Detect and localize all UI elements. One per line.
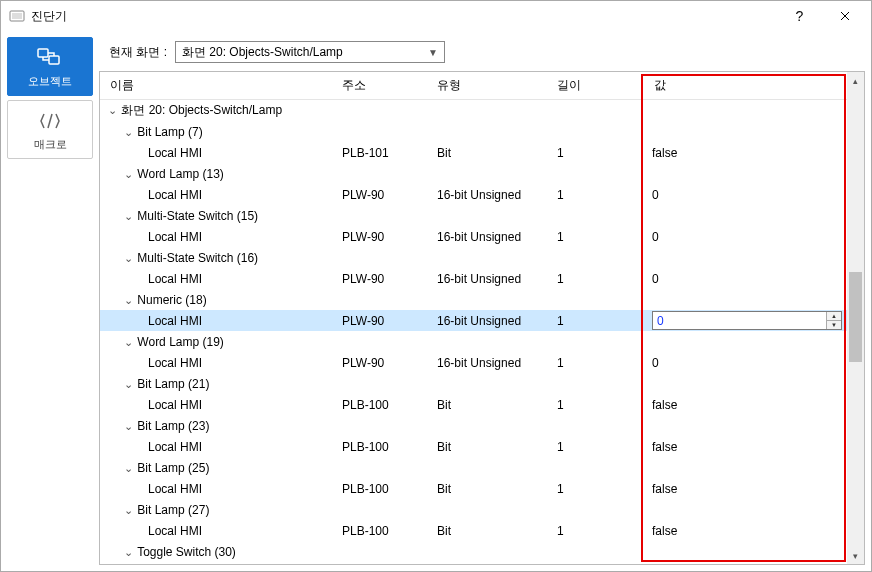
type-cell: Bit <box>431 440 551 454</box>
expand-toggle-icon[interactable]: ⌄ <box>122 462 134 475</box>
objects-icon <box>36 46 64 70</box>
window-title: 진단기 <box>31 8 777 25</box>
row-name: Local HMI <box>148 524 202 538</box>
scroll-thumb[interactable] <box>849 272 862 362</box>
expand-toggle-icon[interactable]: ⌄ <box>106 104 118 117</box>
row-name: Local HMI <box>148 230 202 244</box>
table-row[interactable]: Local HMIPLW-9016-bit Unsigned10 <box>100 184 864 205</box>
table-row[interactable]: ⌄ Word Lamp (19) <box>100 331 864 352</box>
expand-toggle-icon[interactable]: ⌄ <box>122 168 134 181</box>
vertical-scrollbar[interactable]: ▴ ▾ <box>847 72 864 564</box>
addr-cell: PLB-100 <box>336 398 431 412</box>
table-row[interactable]: Local HMIPLW-9016-bit Unsigned1▲▼ <box>100 310 864 331</box>
table-row[interactable]: ⌄ Bit Lamp (7) <box>100 121 864 142</box>
table-row[interactable]: Local HMIPLW-9016-bit Unsigned10 <box>100 268 864 289</box>
type-cell: 16-bit Unsigned <box>431 188 551 202</box>
expand-toggle-icon[interactable]: ⌄ <box>122 252 134 265</box>
name-cell: Local HMI <box>100 146 336 160</box>
name-cell: ⌄ Numeric (18) <box>100 293 336 307</box>
expand-toggle-icon[interactable]: ⌄ <box>122 420 134 433</box>
row-name: Multi-State Switch (16) <box>137 251 258 265</box>
table-row[interactable]: Local HMIPLB-101Bit1false <box>100 142 864 163</box>
val-cell: false <box>646 146 864 160</box>
name-cell: Local HMI <box>100 524 336 538</box>
spin-down-icon[interactable]: ▼ <box>826 321 841 329</box>
table-row[interactable]: Local HMIPLW-9016-bit Unsigned10 <box>100 352 864 373</box>
expand-toggle-icon[interactable]: ⌄ <box>122 546 134 559</box>
val-cell: false <box>646 398 864 412</box>
close-button[interactable] <box>822 2 867 30</box>
screen-select[interactable]: 화면 20: Objects-Switch/Lamp ▼ <box>175 41 445 63</box>
val-cell: 0 <box>646 272 864 286</box>
sidebar-item-objects[interactable]: 오브젝트 <box>7 37 93 96</box>
addr-cell: PLW-90 <box>336 356 431 370</box>
name-cell: Local HMI <box>100 188 336 202</box>
col-type[interactable]: 유형 <box>431 72 551 99</box>
current-screen-label: 현재 화면 : <box>109 44 167 61</box>
app-icon <box>9 8 25 24</box>
row-name: Toggle Switch (30) <box>137 545 236 559</box>
table-row[interactable]: ⌄ Numeric (18) <box>100 289 864 310</box>
table-row[interactable]: Local HMIPLB-100Bit1false <box>100 478 864 499</box>
addr-cell: PLB-101 <box>336 146 431 160</box>
value-spin-input[interactable]: ▲▼ <box>652 311 842 330</box>
table-row[interactable]: Local HMIPLB-100Bit1false <box>100 520 864 541</box>
expand-toggle-icon[interactable]: ⌄ <box>122 126 134 139</box>
expand-toggle-icon[interactable]: ⌄ <box>122 504 134 517</box>
expand-toggle-icon[interactable]: ⌄ <box>122 210 134 223</box>
table-row[interactable]: ⌄ Multi-State Switch (15) <box>100 205 864 226</box>
macro-icon <box>36 109 64 133</box>
table-row[interactable]: ⌄ 화면 20: Objects-Switch/Lamp <box>100 100 864 121</box>
type-cell: 16-bit Unsigned <box>431 272 551 286</box>
expand-toggle-icon[interactable]: ⌄ <box>122 378 134 391</box>
table-row[interactable]: Local HMIPLB-100Bit1false <box>100 562 864 565</box>
name-cell: ⌄ Word Lamp (13) <box>100 167 336 181</box>
grid-header: 이름 주소 유형 길이 값 <box>100 72 864 100</box>
expand-toggle-icon[interactable]: ⌄ <box>122 294 134 307</box>
row-name: Bit Lamp (27) <box>137 503 209 517</box>
table-row[interactable]: ⌄ Bit Lamp (25) <box>100 457 864 478</box>
type-cell: 16-bit Unsigned <box>431 314 551 328</box>
sidebar-item-label: 오브젝트 <box>28 74 72 89</box>
row-name: Bit Lamp (23) <box>137 419 209 433</box>
row-name: 화면 20: Objects-Switch/Lamp <box>121 103 282 117</box>
table-row[interactable]: ⌄ Multi-State Switch (16) <box>100 247 864 268</box>
col-addr[interactable]: 주소 <box>336 72 431 99</box>
val-cell: false <box>646 524 864 538</box>
name-cell: Local HMI <box>100 356 336 370</box>
col-val[interactable]: 값 <box>646 72 864 99</box>
grid-body[interactable]: ⌄ 화면 20: Objects-Switch/Lamp⌄ Bit Lamp (… <box>100 100 864 565</box>
table-row[interactable]: Local HMIPLB-100Bit1false <box>100 436 864 457</box>
chevron-down-icon: ▼ <box>428 47 438 58</box>
sidebar-item-macro[interactable]: 매크로 <box>7 100 93 159</box>
table-row[interactable]: ⌄ Word Lamp (13) <box>100 163 864 184</box>
len-cell: 1 <box>551 440 646 454</box>
name-cell: ⌄ Bit Lamp (25) <box>100 461 336 475</box>
scroll-down-icon[interactable]: ▾ <box>847 547 864 564</box>
type-cell: Bit <box>431 398 551 412</box>
value-input[interactable] <box>653 312 826 329</box>
table-row[interactable]: ⌄ Toggle Switch (30) <box>100 541 864 562</box>
expand-toggle-icon[interactable]: ⌄ <box>122 336 134 349</box>
val-cell: false <box>646 440 864 454</box>
len-cell: 1 <box>551 356 646 370</box>
table-row[interactable]: ⌄ Bit Lamp (21) <box>100 373 864 394</box>
val-cell[interactable]: ▲▼ <box>646 311 864 330</box>
addr-cell: PLB-100 <box>336 440 431 454</box>
type-cell: Bit <box>431 524 551 538</box>
row-name: Local HMI <box>148 272 202 286</box>
table-row[interactable]: ⌄ Bit Lamp (23) <box>100 415 864 436</box>
table-row[interactable]: ⌄ Bit Lamp (27) <box>100 499 864 520</box>
col-name[interactable]: 이름 <box>100 72 336 99</box>
sidebar: 오브젝트 매크로 <box>1 31 99 571</box>
name-cell: ⌄ Bit Lamp (7) <box>100 125 336 139</box>
help-button[interactable]: ? <box>777 2 822 30</box>
row-name: Local HMI <box>148 482 202 496</box>
table-row[interactable]: Local HMIPLW-9016-bit Unsigned10 <box>100 226 864 247</box>
row-name: Word Lamp (19) <box>137 335 223 349</box>
spin-up-icon[interactable]: ▲ <box>826 312 841 321</box>
table-row[interactable]: Local HMIPLB-100Bit1false <box>100 394 864 415</box>
scroll-up-icon[interactable]: ▴ <box>847 72 864 89</box>
name-cell: Local HMI <box>100 440 336 454</box>
col-len[interactable]: 길이 <box>551 72 646 99</box>
